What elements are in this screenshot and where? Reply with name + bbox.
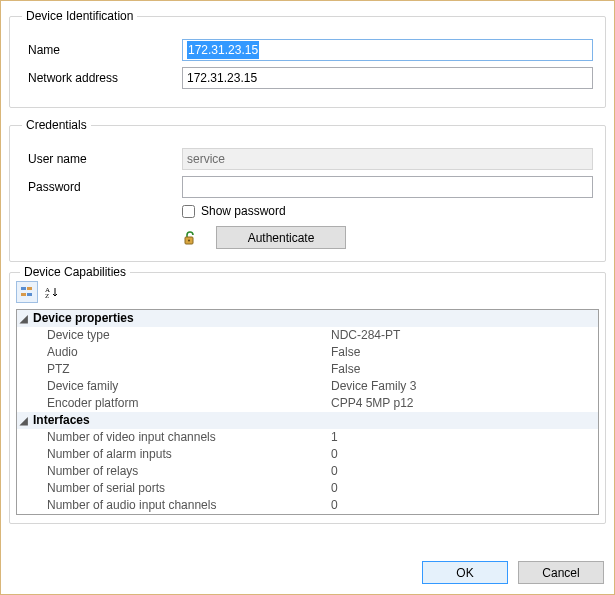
dialog-footer: OK Cancel	[422, 561, 604, 584]
credentials-group: Credentials User name Password Show pass…	[9, 118, 606, 262]
show-password-label: Show password	[201, 204, 286, 218]
svg-rect-4	[21, 293, 26, 296]
grid-row[interactable]: Number of video input channels1	[17, 429, 598, 446]
grid-row-value: NDC-284-PT	[331, 327, 598, 344]
grid-row-label: Device type	[31, 327, 331, 344]
grid-row[interactable]: Device typeNDC-284-PT	[17, 327, 598, 344]
grid-row-value: 0	[331, 480, 598, 497]
grid-row-label: Encoder platform	[31, 395, 331, 412]
grid-row[interactable]: Device familyDevice Family 3	[17, 378, 598, 395]
grid-row[interactable]: AudioFalse	[17, 344, 598, 361]
grid-row-label: Number of video input channels	[31, 429, 331, 446]
capabilities-grid: ◢Device propertiesDevice typeNDC-284-PTA…	[16, 309, 599, 515]
ok-button[interactable]: OK	[422, 561, 508, 584]
grid-row-label: Number of alarm inputs	[31, 446, 331, 463]
grid-row[interactable]: Number of relays0	[17, 463, 598, 480]
grid-row-value: 1	[331, 429, 598, 446]
grid-row-value: False	[331, 344, 598, 361]
network-address-label: Network address	[22, 71, 182, 85]
device-identification-group: Device Identification Name 172.31.23.15 …	[9, 9, 606, 108]
grid-row-value: Device Family 3	[331, 378, 598, 395]
grid-group-header[interactable]: ◢Interfaces	[17, 412, 598, 429]
network-address-input[interactable]	[182, 67, 593, 89]
password-label: Password	[22, 180, 182, 194]
grid-row-value: False	[331, 361, 598, 378]
categorized-view-button[interactable]	[16, 281, 38, 303]
grid-row-label: Number of audio input channels	[31, 497, 331, 514]
grid-row-label: Number of serial ports	[31, 480, 331, 497]
grid-row-label: PTZ	[31, 361, 331, 378]
grid-row-label: Number of relays	[31, 463, 331, 480]
alphabetical-view-button[interactable]: A Z	[41, 281, 63, 303]
grid-row-value: 0	[331, 463, 598, 480]
unlock-icon	[182, 230, 198, 246]
svg-rect-3	[27, 287, 32, 290]
collapse-icon[interactable]: ◢	[17, 310, 31, 327]
name-input[interactable]: 172.31.23.15	[182, 39, 593, 61]
grid-row[interactable]: Number of serial ports0	[17, 480, 598, 497]
username-label: User name	[22, 152, 182, 166]
grid-row[interactable]: Number of alarm inputs0	[17, 446, 598, 463]
show-password-checkbox[interactable]	[182, 205, 195, 218]
name-input-value: 172.31.23.15	[187, 41, 259, 59]
svg-rect-5	[27, 293, 32, 296]
device-capabilities-group: Device Capabilities A Z ◢Device properti…	[9, 272, 606, 524]
grid-row[interactable]: PTZFalse	[17, 361, 598, 378]
collapse-icon[interactable]: ◢	[17, 412, 31, 429]
password-input[interactable]	[182, 176, 593, 198]
grid-row[interactable]: Number of audio input channels0	[17, 497, 598, 514]
grid-row-value: 0	[331, 497, 598, 514]
username-input	[182, 148, 593, 170]
authenticate-button[interactable]: Authenticate	[216, 226, 346, 249]
grid-row[interactable]: Encoder platformCPP4 5MP p12	[17, 395, 598, 412]
name-label: Name	[22, 43, 182, 57]
device-identification-legend: Device Identification	[22, 9, 137, 23]
grid-row-label: Device family	[31, 378, 331, 395]
credentials-legend: Credentials	[22, 118, 91, 132]
cancel-button[interactable]: Cancel	[518, 561, 604, 584]
svg-rect-2	[21, 287, 26, 290]
svg-text:Z: Z	[45, 292, 49, 299]
grid-group-title: Device properties	[31, 310, 134, 327]
grid-row-value: 0	[331, 446, 598, 463]
svg-point-1	[188, 239, 190, 241]
grid-group-title: Interfaces	[31, 412, 90, 429]
grid-row-value: CPP4 5MP p12	[331, 395, 598, 412]
device-capabilities-legend: Device Capabilities	[20, 265, 130, 279]
grid-group-header[interactable]: ◢Device properties	[17, 310, 598, 327]
grid-row-label: Audio	[31, 344, 331, 361]
